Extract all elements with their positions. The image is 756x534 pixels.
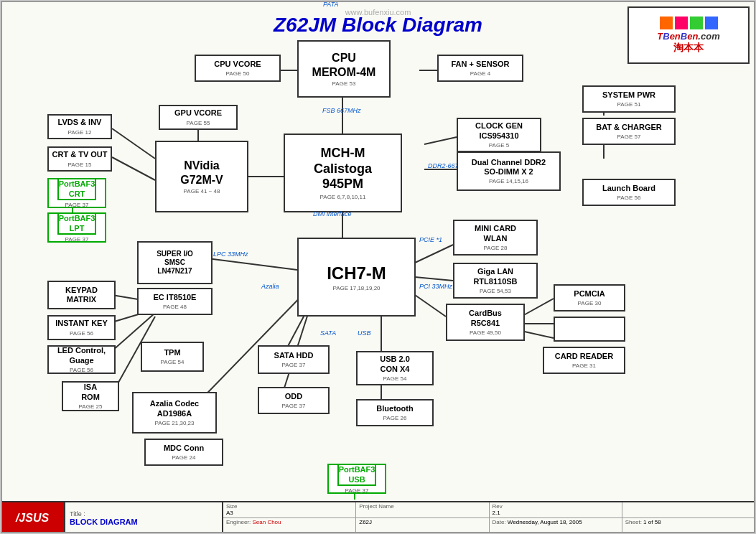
ec-block: EC IT8510E PAGE 48	[137, 288, 213, 315]
lvds-page: PAGE 12	[68, 129, 92, 136]
cardbus-block: CardBus R5C841 PAGE 49,50	[446, 304, 525, 341]
pcmcia-label: PCMCIA	[574, 289, 605, 299]
led-label: LED Control, Guage	[57, 346, 106, 365]
cpu-block: CPU MEROM-4M PAGE 53	[297, 40, 391, 98]
port-usb-block: PortBAF3 USB PAGE 37	[327, 464, 386, 494]
footer-cell-date: Date: Wednesday, August 18, 2005	[490, 518, 622, 534]
fan-sensor-block: FAN + SENSOR PAGE 4	[437, 55, 523, 82]
logo-colors	[660, 17, 718, 29]
logo-green	[690, 17, 703, 29]
footer-asus-logo: /JSUS	[16, 512, 49, 525]
svg-line-7	[415, 245, 453, 263]
bat-charger-label: BAT & CHARGER	[596, 123, 661, 132]
ich7-label: ICH7-M	[327, 263, 386, 284]
usb-con-page: PAGE 54	[383, 375, 407, 382]
launch-board-label: Launch Board	[602, 184, 655, 193]
cpu-vcore-page: PAGE 50	[226, 70, 250, 77]
ich7-block: ICH7-M PAGE 17,18,19,20	[297, 238, 416, 317]
svg-line-14	[202, 258, 297, 270]
port-crt-label: PortBAF3 CRT	[57, 178, 97, 200]
footer-cell-engineer: Engineer: Sean Chou	[223, 518, 356, 534]
odd-label: ODD	[285, 392, 302, 401]
odd-page: PAGE 37	[282, 403, 306, 409]
cpu-vcore-block: CPU VCORE PAGE 50	[195, 55, 281, 82]
instant-key-page: PAGE 56	[70, 330, 93, 337]
crt-tv-label: CRT & TV OUT	[52, 150, 108, 159]
pcmcia-block: PCMCIA PAGE 30	[554, 284, 625, 312]
cardbus-page: PAGE 49,50	[470, 329, 501, 336]
bluetooth-page: PAGE 26	[383, 415, 407, 421]
sata-hdd-label: SATA HDD	[274, 351, 314, 360]
cpu-page: PAGE 53	[332, 80, 356, 87]
nvidia-page: PAGE 41 ~ 48	[184, 188, 220, 195]
ddr2-page: PAGE 14,15,16	[489, 178, 528, 184]
footer: /JSUS Title : BLOCK DIAGRAM SizeA3 Proje…	[1, 501, 755, 533]
logo-orange	[660, 17, 673, 29]
footer-cell-sheet: Sheet: 1 of 58	[622, 518, 755, 534]
clock-gen-label: CLOCK GEN ICS954310	[475, 121, 523, 140]
mini-card-label: MINI CARD WLAN	[475, 224, 516, 243]
usb-con-label: USB 2.0 CON X4	[380, 355, 410, 373]
crt-tv-page: PAGE 15	[68, 161, 92, 168]
system-pwr-page: PAGE 51	[617, 101, 641, 108]
clock-gen-block: CLOCK GEN ICS954310 PAGE 5	[457, 118, 541, 152]
mdc-block: MDC Conn PAGE 24	[144, 439, 223, 466]
system-pwr-block: SYSTEM PWR PAGE 51	[582, 85, 676, 113]
launch-board-block: Launch Board PAGE 56	[582, 179, 676, 206]
mdc-label: MDC Conn	[164, 444, 204, 453]
ich7-page: PAGE 17,18,19,20	[332, 285, 380, 291]
port-crt-block: PortBAF3 CRT PAGE 37	[47, 178, 106, 208]
footer-cell-size: SizeA3	[223, 502, 356, 518]
giga-lan-label: Giga LAN RTL8110SB	[473, 267, 517, 286]
system-pwr-label: SYSTEM PWR	[602, 90, 655, 100]
svg-line-8	[415, 277, 453, 281]
azalia-block: Azalia Codec AD1986A PAGE 21,30,23	[132, 392, 217, 434]
port-lpt-label: PortBAF3 LPT	[57, 212, 97, 234]
diagram-container: www.bufenxiu.com Z62JM Block Diagram TBe…	[0, 0, 756, 534]
keypad-label: KEYPAD MATRIX	[65, 286, 98, 304]
mch-label: MCH-M Calistoga 945PM	[314, 146, 372, 192]
gpu-vcore-label: GPU VCORE	[174, 108, 222, 118]
cardbus-label: CardBus R5C841	[469, 309, 502, 327]
footer-cell-project-name: Project Name	[356, 502, 489, 518]
launch-board-page: PAGE 56	[617, 195, 641, 201]
logo-pink	[675, 17, 688, 29]
tpm-page: PAGE 54	[161, 359, 185, 365]
footer-cell-rev: Rev2.1	[490, 502, 622, 518]
dmi-label: DMI interface	[313, 210, 352, 217]
sata-hdd-block: SATA HDD PAGE 37	[258, 345, 330, 374]
azalia-label: Azalia	[261, 283, 279, 290]
instant-key-label: INSTANT KEY	[55, 319, 108, 328]
fan-sensor-page: PAGE 4	[470, 70, 490, 77]
super-io-label: SUPER I/O SMSC LN47N217	[157, 250, 193, 276]
cpu-label: CPU MEROM-4M	[312, 51, 376, 78]
footer-info-grid: SizeA3 Project Name Rev2.1 Engineer: Sea…	[223, 502, 755, 533]
led-page: PAGE 56	[70, 367, 93, 373]
footer-title-block: Title : BLOCK DIAGRAM	[65, 502, 223, 533]
lvds-label: LVDS & INV	[58, 118, 102, 127]
port-usb-label: PortBAF3 USB	[337, 464, 377, 485]
instant-key-block: INSTANT KEY PAGE 56	[47, 315, 116, 340]
crt-tv-block: CRT & TV OUT PAGE 15	[47, 146, 112, 172]
mdc-page: PAGE 24	[172, 454, 196, 461]
card-reader-label: CARD READER	[555, 352, 613, 361]
giga-lan-block: Giga LAN RTL8110SB PAGE 54,53	[453, 263, 538, 299]
bat-charger-block: BAT & CHARGER PAGE 57	[582, 118, 676, 145]
isa-rom-block: ISA ROM PAGE 25	[62, 381, 119, 411]
ec-label: EC IT8510E	[154, 293, 197, 302]
port-usb-page: PAGE 37	[345, 487, 369, 494]
port-crt-page: PAGE 37	[65, 202, 89, 208]
azalia-codec-label: Azalia Codec AD1986A	[150, 399, 199, 418]
giga-lan-page: PAGE 54,53	[480, 288, 511, 294]
bluetooth-label: Bluetooth	[376, 404, 413, 413]
footer-cell-project: Z62J	[356, 518, 489, 534]
bat-charger-page: PAGE 57	[617, 134, 641, 140]
nvidia-label: NVidia G72M-V	[180, 159, 223, 186]
svg-line-16	[521, 299, 554, 317]
card-reader-page: PAGE 31	[572, 362, 596, 369]
mch-page: PAGE 6,7,8,10,11	[320, 194, 366, 200]
card-reader-block: CARD READER PAGE 31	[543, 347, 625, 374]
fan-sensor-label: FAN + SENSOR	[452, 60, 510, 69]
logo-chinese: 淘本本	[673, 42, 704, 55]
pcmcia-page: PAGE 30	[578, 300, 602, 306]
